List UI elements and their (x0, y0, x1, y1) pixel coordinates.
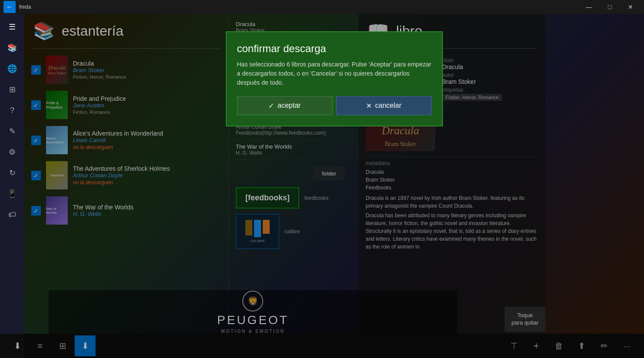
app-title: freda (19, 4, 579, 10)
title-bar: ← freda — □ ✕ (0, 0, 644, 14)
sidebar-item-globe[interactable]: 🌐 (3, 59, 22, 78)
sidebar-item-help[interactable]: ? (3, 101, 22, 120)
cancel-label: cancelar (375, 102, 401, 109)
dialog-buttons: ✓ aceptar ✕ cancelar (237, 96, 432, 115)
sidebar-item-menu[interactable]: ☰ (3, 17, 22, 36)
sidebar-item-tag[interactable]: 🏷 (3, 205, 22, 224)
minimize-button[interactable]: — (579, 0, 599, 14)
accept-label: aceptar (277, 102, 301, 109)
sidebar-item-columns[interactable]: ⊞ (3, 80, 22, 99)
accept-button[interactable]: ✓ aceptar (237, 96, 333, 115)
back-button[interactable]: ← (3, 1, 16, 13)
sidebar-item-edit[interactable]: ✎ (3, 122, 22, 141)
window-controls: — □ ✕ (579, 0, 641, 14)
sidebar-item-device[interactable]: 📱 (3, 184, 22, 203)
dialog-message: Has seleccionado 6 libros para descargar… (237, 60, 432, 87)
maximize-button[interactable]: □ (600, 0, 620, 14)
cancel-icon: ✕ (366, 102, 372, 110)
sidebar: ☰ 📚 🌐 ⊞ ? ✎ ⚙ ↻ 📱 🏷 (0, 14, 24, 358)
close-button[interactable]: ✕ (621, 0, 641, 14)
cancel-button[interactable]: ✕ cancelar (336, 96, 432, 115)
app-container: ☰ 📚 🌐 ⊞ ? ✎ ⚙ ↻ 📱 🏷 📚 estantería ✓ (0, 14, 644, 358)
content-area: 📚 estantería ✓ Dracula Bram Stoker (24, 14, 644, 358)
confirm-dialog: confirmar descarga Has seleccionado 6 li… (226, 31, 443, 126)
sidebar-item-bookshelf[interactable]: 📚 (3, 38, 22, 57)
sidebar-item-refresh[interactable]: ↻ (3, 163, 22, 182)
dialog-title: confirmar descarga (237, 43, 432, 55)
sidebar-item-settings[interactable]: ⚙ (3, 143, 22, 162)
accept-icon: ✓ (268, 102, 274, 110)
dialog-overlay: confirmar descarga Has seleccionado 6 li… (24, 14, 644, 358)
